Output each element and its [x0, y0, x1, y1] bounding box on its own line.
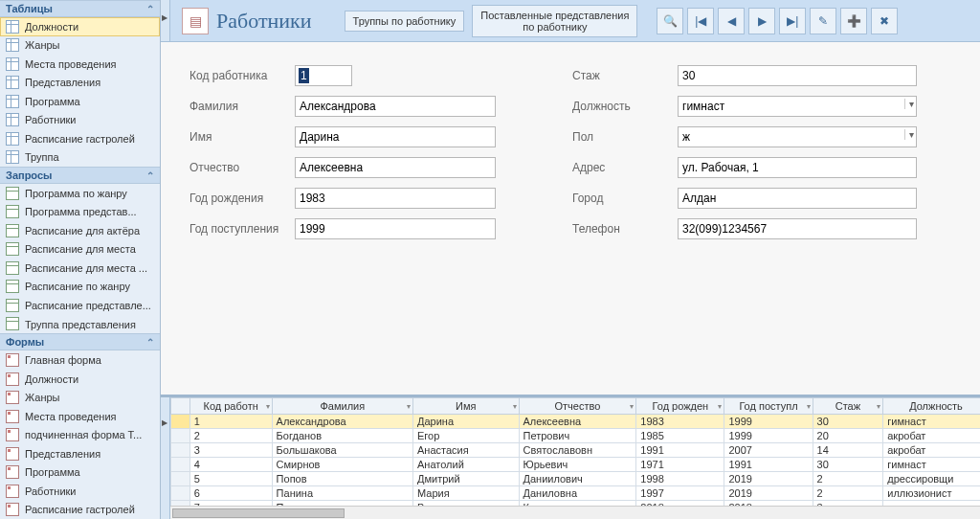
cell[interactable]: 1999 — [724, 415, 813, 429]
cell[interactable]: 14 — [813, 443, 883, 458]
cell[interactable]: Юрьевич — [519, 458, 636, 472]
cell[interactable]: Алексеевна — [519, 415, 636, 429]
row-header-corner[interactable] — [171, 398, 190, 415]
cell[interactable]: Анатолий — [412, 458, 519, 472]
datasheet-record-selector[interactable] — [161, 397, 170, 519]
cell[interactable]: Петрович — [519, 429, 636, 443]
column-header[interactable]: Год поступл▾ — [724, 398, 813, 415]
row-header[interactable] — [171, 443, 190, 458]
horizontal-scrollbar[interactable] — [170, 506, 980, 519]
nav-item[interactable]: Представления — [0, 444, 160, 463]
cell[interactable]: дрессировщи — [883, 472, 980, 486]
row-header[interactable] — [171, 429, 190, 443]
cell[interactable]: Попов — [272, 472, 412, 486]
cell[interactable]: 2007 — [724, 443, 813, 458]
nav-item[interactable]: Места проведения — [0, 407, 160, 426]
cell[interactable]: акробат — [883, 443, 980, 458]
cell[interactable]: 6 — [189, 486, 272, 501]
row-header[interactable] — [171, 472, 190, 486]
cell[interactable]: 1991 — [724, 458, 813, 472]
input-gorod[interactable] — [678, 188, 917, 209]
cell[interactable]: гимнаст — [883, 458, 980, 472]
column-header[interactable]: Стаж▾ — [813, 398, 883, 415]
nav-item[interactable]: Жанры — [0, 388, 160, 407]
cell[interactable]: Большакова — [272, 443, 412, 458]
nav-item[interactable]: подчиненная форма Т... — [0, 425, 160, 444]
cell[interactable]: 1991 — [636, 443, 724, 458]
cell[interactable]: Даниловна — [519, 486, 636, 501]
input-fam[interactable] — [295, 96, 496, 117]
new-record-button[interactable]: ➕ — [840, 8, 867, 34]
table-row[interactable]: 1АлександроваДаринаАлексеевна1983199930г… — [171, 415, 981, 429]
nav-item[interactable]: Расписание представле... — [0, 296, 160, 315]
nav-item[interactable]: Главная форма — [0, 350, 160, 370]
cell[interactable]: акробат — [883, 429, 980, 443]
nav-item[interactable]: Труппа представления — [0, 315, 160, 334]
nav-item[interactable]: Расписание гастролей — [0, 500, 160, 519]
nav-group-header[interactable]: Формы⌃ — [0, 333, 160, 350]
column-header[interactable]: Год рожден▾ — [636, 398, 724, 415]
cell[interactable]: Богданов — [272, 429, 412, 443]
row-header[interactable] — [171, 415, 190, 429]
column-header[interactable]: Код работн▾ — [189, 398, 272, 415]
cell[interactable]: Дмитрий — [412, 472, 519, 486]
cell[interactable]: 2019 — [724, 472, 813, 486]
cell[interactable]: 1997 — [636, 486, 724, 501]
select-pol[interactable] — [678, 126, 917, 147]
nav-item[interactable]: Программа по жанру — [0, 184, 160, 203]
column-header[interactable]: Фамилия▾ — [272, 398, 412, 415]
nav-item[interactable]: Работники — [0, 111, 160, 130]
dropdown-icon[interactable]: ▾ — [407, 402, 411, 411]
last-record-button[interactable]: ▶| — [779, 8, 806, 34]
dropdown-icon[interactable]: ▾ — [266, 402, 270, 411]
nav-item[interactable]: Труппа — [0, 148, 160, 168]
cell[interactable]: 1983 — [636, 415, 724, 429]
edit-button[interactable]: ✎ — [810, 8, 836, 34]
btn-staged-shows-by-worker[interactable]: Поставленные представления по работнику — [472, 5, 637, 37]
dropdown-icon[interactable]: ▾ — [877, 402, 880, 411]
table-row[interactable]: 3БольшаковаАнастасияСвятославовн19912007… — [171, 443, 981, 458]
table-row[interactable]: 6ПанинаМарияДаниловна199720192иллюзионис… — [171, 486, 981, 501]
nav-item[interactable]: Программа — [0, 92, 160, 111]
cell[interactable]: 1 — [189, 415, 272, 429]
nav-item[interactable]: Программа — [0, 463, 160, 482]
cell[interactable]: 2 — [189, 429, 272, 443]
cell[interactable]: Мария — [412, 486, 519, 501]
table-row[interactable]: 4СмирновАнатолийЮрьевич1971199130гимнаст… — [171, 458, 981, 472]
select-dolzh[interactable] — [678, 96, 917, 117]
next-record-button[interactable]: ▶ — [748, 8, 775, 34]
column-header[interactable]: Отчество▾ — [519, 398, 636, 415]
table-row[interactable]: 5ПоповДмитрийДаниилович199820192дрессиро… — [171, 472, 981, 486]
input-god-p[interactable] — [295, 218, 496, 239]
cell[interactable]: 5 — [189, 472, 272, 486]
nav-item[interactable]: Представления — [0, 74, 160, 93]
dropdown-icon[interactable]: ▾ — [513, 402, 517, 411]
column-header[interactable]: Имя▾ — [412, 398, 519, 415]
first-record-button[interactable]: |◀ — [687, 8, 714, 34]
cell[interactable]: 1998 — [636, 472, 724, 486]
nav-item[interactable]: Расписание для места ... — [0, 259, 160, 278]
nav-item[interactable]: Должности — [0, 370, 160, 389]
cell[interactable]: Святославовн — [519, 443, 636, 458]
dropdown-icon[interactable]: ▾ — [718, 402, 722, 411]
dropdown-icon[interactable]: ▾ — [630, 402, 634, 411]
cell[interactable]: 2019 — [724, 486, 813, 501]
nav-item[interactable]: Программа представ... — [0, 203, 160, 222]
cell[interactable]: 2 — [813, 472, 883, 486]
btn-troupes-by-worker[interactable]: Труппы по работнику — [345, 11, 465, 32]
cell[interactable]: 20 — [813, 429, 883, 443]
row-header[interactable] — [171, 458, 190, 472]
input-stazh[interactable] — [678, 65, 917, 86]
cell[interactable]: 1971 — [636, 458, 724, 472]
record-selector-bar[interactable] — [161, 0, 170, 41]
input-otch[interactable] — [295, 157, 496, 178]
cell[interactable]: иллюзионист — [883, 486, 980, 501]
nav-item[interactable]: Работники — [0, 482, 160, 501]
cell[interactable]: Егор — [412, 429, 519, 443]
nav-group-header[interactable]: Запросы⌃ — [0, 167, 160, 184]
nav-item[interactable]: Места проведения — [0, 55, 160, 74]
cell[interactable]: Дарина — [412, 415, 519, 429]
cell[interactable]: 3 — [189, 443, 272, 458]
row-header[interactable] — [171, 486, 190, 501]
close-button[interactable]: ✖ — [871, 8, 898, 34]
